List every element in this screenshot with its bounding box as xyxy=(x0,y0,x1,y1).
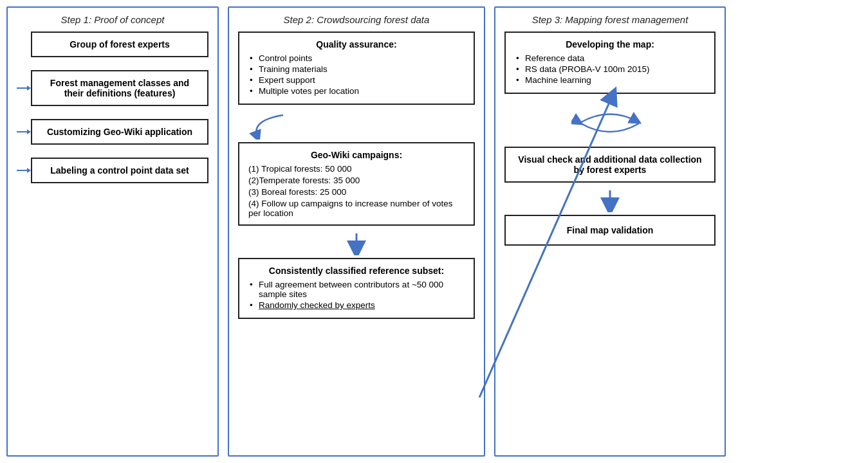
gw-item-4: (4) Follow up campaigns to increase numb… xyxy=(248,199,465,218)
arrow-left-icon xyxy=(17,83,31,93)
visual-check-box: Visual check and additional data collect… xyxy=(504,147,716,183)
gw-item-3: (3) Boreal forests: 25 000 xyxy=(248,187,465,197)
qa-item-2: Training materials xyxy=(248,64,465,74)
step3-column: Step 3: Mapping forest management Develo… xyxy=(494,6,726,457)
reference-subset-box: Consistently classified reference subset… xyxy=(238,258,475,319)
geowiki-campaigns-title: Geo-Wiki campaigns: xyxy=(248,150,465,160)
step1-label: Step 1: Proof of concept xyxy=(17,14,208,25)
cycle-arrows-svg xyxy=(571,103,649,141)
down-arrow-col3 xyxy=(504,189,716,212)
step2-column: Step 2: Crowdsourcing forest data Qualit… xyxy=(228,6,485,457)
geowiki-campaigns-body: (1) Tropical forests: 50 000 (2)Temperat… xyxy=(248,164,465,218)
developing-map-box: Developing the map: Reference data RS da… xyxy=(504,32,716,94)
labeling-control-point-box: Labeling a control point data set xyxy=(31,158,208,183)
geowiki-campaigns-box: Geo-Wiki campaigns: (1) Tropical forests… xyxy=(238,142,475,226)
forest-management-classes-text: Forest management classes and their defi… xyxy=(50,78,189,98)
step3-label: Step 3: Mapping forest management xyxy=(504,14,716,25)
ref-item-2-text: Randomly checked by experts xyxy=(259,300,375,310)
dev-item-1: Reference data xyxy=(515,53,705,63)
visual-check-text: Visual check and additional data collect… xyxy=(518,154,701,175)
step1-column: Step 1: Proof of concept Group of forest… xyxy=(6,6,219,457)
reference-subset-list: Full agreement between contributors at ~… xyxy=(248,280,465,310)
group-forest-experts-text: Group of forest experts xyxy=(69,39,170,50)
group-forest-experts-box: Group of forest experts xyxy=(31,32,208,57)
step2-label: Step 2: Crowdsourcing forest data xyxy=(238,14,475,25)
curved-arrow-svg xyxy=(245,114,296,140)
down-arrow-svg-col3 xyxy=(598,189,622,212)
arrow-left-icon2 xyxy=(17,127,31,137)
gw-item-2: (2)Temperate forests: 35 000 xyxy=(248,176,465,185)
ref-item-2: Randomly checked by experts xyxy=(248,300,465,310)
cycle-arrows-area xyxy=(504,103,716,141)
labeling-control-point-text: Labeling a control point data set xyxy=(50,165,189,176)
curved-arrow-area xyxy=(238,114,475,140)
final-map-validation-text: Final map validation xyxy=(567,225,654,235)
quality-assurance-box: Quality assurance: Control points Traini… xyxy=(238,32,475,105)
quality-assurance-title: Quality assurance: xyxy=(248,39,465,50)
customizing-geowiki-text: Customizing Geo-Wiki application xyxy=(47,127,192,137)
gw-item-1: (1) Tropical forests: 50 000 xyxy=(248,164,465,174)
ref-item-1: Full agreement between contributors at ~… xyxy=(248,280,465,299)
reference-subset-title: Consistently classified reference subset… xyxy=(248,266,465,276)
down-arrow-1 xyxy=(345,232,368,255)
dev-item-3: Machine learning xyxy=(515,75,705,85)
qa-item-4: Multiple votes per location xyxy=(248,86,465,96)
diagram-container: Step 1: Proof of concept Group of forest… xyxy=(0,0,868,463)
final-map-validation-box: Final map validation xyxy=(504,215,716,246)
developing-map-list: Reference data RS data (PROBA-V 100m 201… xyxy=(515,53,705,85)
arrow-left-icon3 xyxy=(17,165,31,176)
forest-management-classes-box: Forest management classes and their defi… xyxy=(31,70,208,106)
qa-item-3: Expert support xyxy=(248,75,465,85)
quality-assurance-list: Control points Training materials Expert… xyxy=(248,53,465,96)
down-arrow-svg-1 xyxy=(345,232,368,255)
developing-map-title: Developing the map: xyxy=(515,39,705,50)
customizing-geowiki-box: Customizing Geo-Wiki application xyxy=(31,119,208,145)
dev-item-2: RS data (PROBA-V 100m 2015) xyxy=(515,64,705,74)
qa-item-1: Control points xyxy=(248,53,465,63)
